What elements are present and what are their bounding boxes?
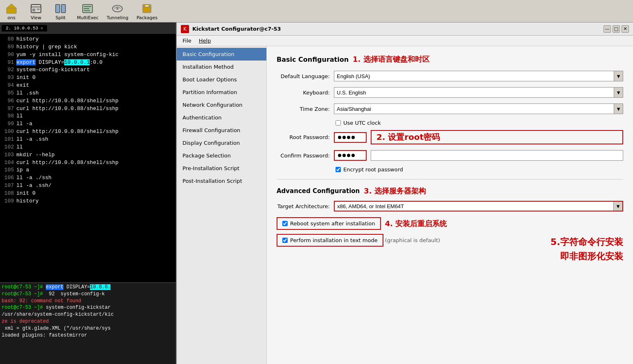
textmode-label: Perform installation in text mode — [290, 237, 378, 243]
ks-config-area: Basic Configuration 1. 选择语言键盘和时区 Default… — [267, 46, 633, 364]
svg-rect-7 — [61, 4, 65, 13]
terminal-line: 105ip a — [2, 166, 173, 174]
pw-dot — [351, 136, 355, 139]
textmode-row: Perform installation in text mode (graph… — [277, 234, 440, 247]
confirm-password-field[interactable] — [334, 150, 367, 161]
pw-dot — [347, 136, 350, 139]
svg-rect-5 — [37, 9, 40, 10]
root-password-field[interactable] — [334, 132, 367, 143]
textmode-suffix: (graphical is default) — [385, 237, 440, 243]
pw-dot — [338, 154, 341, 157]
sidebar-item-network[interactable]: Network Configuration — [177, 99, 266, 111]
pw-dot — [347, 154, 350, 157]
timezone-label: Time Zone: — [277, 106, 330, 112]
ks-titlebar: K Kickstart Configurator@c7-53 — □ ✕ — [177, 22, 633, 36]
sidebar-item-packages[interactable]: Package Selection — [177, 149, 266, 162]
view-icon — [29, 2, 43, 15]
terminal-bottom-section: root@c7-53 ~]# export DISPLAY=10.0.0. ro… — [0, 282, 176, 364]
pw-dot — [342, 136, 346, 139]
utc-clock-checkbox[interactable] — [336, 120, 341, 126]
keyboard-label: Keyboard: — [277, 90, 330, 96]
target-arch-row: Target Architecture: x86, AMD64, or Inte… — [277, 201, 623, 211]
ks-menu-file[interactable]: File — [179, 37, 195, 45]
confirm-password-row: Confirm Password: — [277, 150, 623, 161]
encrypt-checkbox[interactable] — [336, 167, 341, 172]
keyboard-row: Keyboard: U.S. English ▼ — [277, 87, 623, 98]
ks-titlebar-controls: — □ ✕ — [604, 25, 629, 33]
terminal-line: 96curl http://10.0.0.88/shell/sshp — [2, 97, 173, 105]
textmode-checkbox-area: Perform installation in text mode — [277, 234, 383, 247]
reboot-row: Reboot system after installation 4. 安装后重… — [277, 217, 623, 230]
textmode-annotation-line2: 即非图形化安装 — [447, 251, 623, 263]
terminal-line: 95ll .ssh — [2, 90, 173, 97]
sidebar-item-display[interactable]: Display Configuration — [177, 137, 266, 149]
toolbar-item-tunneling[interactable]: Tunneling — [107, 2, 128, 20]
terminal-line: 99ll -a — [2, 120, 173, 128]
ks-maximize-button[interactable]: □ — [613, 25, 620, 33]
pw-dot — [338, 136, 341, 139]
timezone-select[interactable]: Asia/Shanghai — [334, 104, 623, 114]
toolbar-item-split[interactable]: Split — [52, 2, 69, 20]
sidebar-item-partition[interactable]: Partition Information — [177, 86, 266, 99]
keyboard-select[interactable]: U.S. English — [334, 88, 623, 97]
ks-sidebar: Basic Configuration Installation Method … — [177, 46, 267, 364]
sidebar-item-pre-install[interactable]: Pre-Installation Script — [177, 162, 266, 175]
annotation-1: 1. 选择语言键盘和时区 — [353, 54, 430, 64]
sidebar-item-install-method[interactable]: Installation Method — [177, 61, 266, 73]
terminal-line: 92system-config-kickstart — [2, 66, 173, 74]
terminal-tab-bar: 2. 10.0.0.53 ✕ — [0, 22, 176, 34]
ks-menu-help[interactable]: Help — [196, 37, 214, 45]
toolbar-item-ons[interactable]: ons — [3, 2, 20, 20]
ks-close-button[interactable]: ✕ — [622, 25, 629, 33]
multiexec-icon — [81, 2, 94, 15]
reboot-label: Reboot system after installation — [290, 220, 375, 227]
svg-rect-16 — [145, 5, 149, 7]
confirm-password-extra[interactable] — [371, 150, 623, 161]
bottom-line: root@c7-53 ~]# system-config-kickstar — [2, 304, 174, 311]
multiexec-label: MultiExec — [77, 15, 99, 20]
target-arch-select-wrapper: x86, AMD64, or Intel EM64T ▼ — [334, 201, 623, 211]
target-arch-select[interactable]: x86, AMD64, or Intel EM64T — [335, 202, 622, 211]
default-language-select[interactable]: English (USA) — [334, 71, 623, 81]
kickstart-window: K Kickstart Configurator@c7-53 — □ ✕ Fil… — [176, 22, 633, 364]
default-language-label: Default Language: — [277, 73, 330, 79]
toolbar-item-packages[interactable]: Packages — [137, 2, 158, 20]
reboot-checkbox[interactable] — [282, 221, 288, 226]
toolbar-item-view[interactable]: View — [28, 2, 44, 20]
root-password-row: Root Password: 2. 设置root密码 — [277, 130, 623, 144]
packages-icon — [140, 2, 153, 15]
target-arch-label: Target Architecture: — [277, 203, 330, 209]
terminal-panel: 2. 10.0.0.53 ✕ 88history 89history | gre… — [0, 22, 176, 364]
sidebar-item-post-install[interactable]: Post-Installation Script — [177, 175, 266, 187]
terminal-line: 93init 0 — [2, 74, 173, 82]
ks-menubar: File Help — [177, 36, 633, 46]
terminal-line: 88history — [2, 36, 173, 43]
packages-label: Packages — [137, 15, 158, 20]
sidebar-item-firewall[interactable]: Firewall Configuration — [177, 124, 266, 137]
terminal-tab-label: 2. 10.0.0.53 — [6, 26, 38, 31]
terminal-line: 102ll — [2, 144, 173, 151]
sidebar-item-boot-loader[interactable]: Boot Loader Options — [177, 73, 266, 86]
textmode-annotation-block: 5.字符命令行安装 即非图形化安装 — [447, 234, 623, 262]
terminal-line: 98ll — [2, 112, 173, 120]
timezone-select-wrapper: Asia/Shanghai ▼ — [334, 103, 623, 114]
utc-clock-label: Use UTC clock — [343, 120, 381, 126]
terminal-line: 108init 0 — [2, 190, 173, 198]
basic-config-title-text: Basic Configuration — [277, 56, 349, 63]
textmode-checkbox[interactable] — [282, 238, 288, 243]
terminal-tab-active[interactable]: 2. 10.0.0.53 ✕ — [2, 25, 47, 31]
terminal-tab-close[interactable]: ✕ — [41, 26, 43, 31]
ons-label: ons — [7, 15, 15, 20]
terminal-line: 97curl http://10.0.0.88/shell/sshp — [2, 105, 173, 113]
bottom-line: root@c7-53 ~]# 92 system-config-k — [2, 291, 174, 298]
default-language-row: Default Language: English (USA) ▼ — [277, 71, 623, 81]
section-divider — [277, 179, 623, 180]
terminal-line: 100curl http://10.0.0.88/shell/sshp — [2, 128, 173, 136]
main-area: 2. 10.0.0.53 ✕ 88history 89history | gre… — [0, 22, 633, 364]
confirm-password-label: Confirm Password: — [277, 153, 330, 159]
toolbar-item-multiexec[interactable]: MultiExec — [77, 2, 99, 20]
svg-rect-0 — [7, 8, 16, 13]
sidebar-item-basic-config[interactable]: Basic Configuration — [177, 48, 266, 61]
sidebar-item-auth[interactable]: Authentication — [177, 111, 266, 124]
ks-minimize-button[interactable]: — — [604, 25, 611, 33]
